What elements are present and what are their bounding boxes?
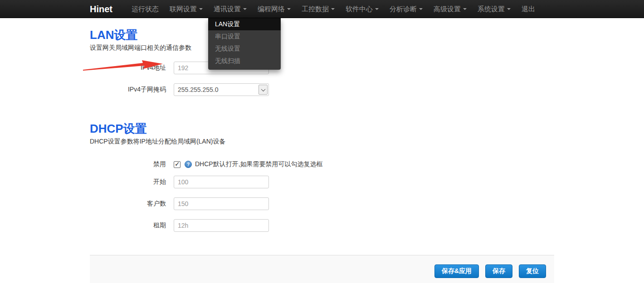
nav-item-label: 软件中心 (346, 0, 373, 18)
nav-item-system-settings[interactable]: 系统设置 (472, 0, 516, 18)
lan-section-title: LAN设置 (90, 18, 554, 42)
main-content: LAN设置 设置网关局域网端口相关的通信参数 IPv4地址 IPv4子网掩码 2… (90, 18, 554, 283)
dhcp-start-label: 开始 (90, 178, 174, 186)
dhcp-disable-label: 禁用 (90, 160, 174, 168)
nav-item-label: 通讯设置 (214, 0, 241, 18)
help-icon[interactable]: ? (185, 161, 192, 168)
nav-item-software-center[interactable]: 软件中心 (340, 0, 384, 18)
nav-item-label: 工控数据 (302, 0, 329, 18)
dhcp-disable-help-text: DHCP默认打开,如果需要禁用可以勾选复选框 (195, 160, 323, 168)
caret-down-icon (199, 8, 203, 10)
nav-item-advanced-settings[interactable]: 高级设置 (428, 0, 472, 18)
caret-down-icon (463, 8, 467, 10)
top-navbar: Hinet 运行状态 联网设置 通讯设置 LAN设置 串口设置 无线设置 无线扫… (0, 0, 644, 18)
nav-item-label: 系统设置 (478, 0, 505, 18)
ipv4-netmask-selected-value: 255.255.255.0 (178, 86, 219, 93)
select-dropdown-button[interactable] (259, 85, 268, 95)
nav-item-label: 编程网络 (258, 0, 285, 18)
nav-item-diagnostics[interactable]: 分析诊断 (384, 0, 428, 18)
dhcp-disable-checkbox[interactable]: ✓ (174, 161, 181, 168)
brand-logo[interactable]: Hinet (90, 4, 112, 14)
caret-down-icon (287, 8, 291, 10)
comm-settings-dropdown: LAN设置 串口设置 无线设置 无线扫描 (208, 18, 281, 70)
caret-down-icon (331, 8, 335, 10)
caret-down-icon (243, 8, 247, 10)
save-apply-button[interactable]: 保存&应用 (434, 264, 479, 278)
dhcp-lease-input[interactable] (174, 219, 269, 232)
checkmark-icon: ✓ (175, 160, 180, 168)
ipv4-address-label: IPv4地址 (90, 64, 174, 72)
nav-item-label: 高级设置 (434, 0, 461, 18)
nav-item-label: 联网设置 (170, 0, 197, 18)
dropdown-item-serial-settings[interactable]: 串口设置 (208, 30, 281, 43)
dhcp-section-description: DHCP设置参数将IP地址分配给局域网(LAN)设备 (90, 138, 554, 145)
form-row-ipv4-address: IPv4地址 (90, 62, 554, 74)
nav-item-logout[interactable]: 退出 (516, 0, 541, 18)
dhcp-lease-label: 租期 (90, 221, 174, 230)
dropdown-item-wireless-scan[interactable]: 无线扫描 (208, 55, 281, 67)
form-row-dhcp-start: 开始 (90, 176, 554, 188)
nav-item-label: 分析诊断 (390, 0, 417, 18)
caret-down-icon (507, 8, 511, 10)
reset-button[interactable]: 复位 (519, 264, 546, 278)
caret-down-icon (419, 8, 423, 10)
dhcp-clients-label: 客户数 (90, 200, 174, 208)
nav-item-industrial-data[interactable]: 工控数据 (296, 0, 340, 18)
form-row-dhcp-lease: 租期 (90, 219, 554, 232)
dropdown-item-wireless-settings[interactable]: 无线设置 (208, 43, 281, 55)
form-row-ipv4-netmask: IPv4子网掩码 255.255.255.0 (90, 83, 554, 96)
caret-down-icon (375, 8, 379, 10)
footer-action-bar: 保存&应用 保存 复位 (90, 255, 554, 283)
navbar-inner: Hinet 运行状态 联网设置 通讯设置 LAN设置 串口设置 无线设置 无线扫… (90, 0, 554, 18)
ipv4-netmask-label: IPv4子网掩码 (90, 86, 174, 94)
nav-item-network-settings[interactable]: 联网设置 (164, 0, 208, 18)
form-row-dhcp-disable: 禁用 ✓ ? DHCP默认打开,如果需要禁用可以勾选复选框 (90, 158, 554, 171)
nav-item-label: 运行状态 (132, 0, 159, 18)
nav-item-programming-network[interactable]: 编程网络 (252, 0, 296, 18)
lan-section-description: 设置网关局域网端口相关的通信参数 (90, 44, 554, 52)
dhcp-start-input[interactable] (174, 176, 269, 188)
form-row-dhcp-clients: 客户数 (90, 197, 554, 210)
save-button[interactable]: 保存 (485, 264, 512, 278)
nav-item-label: 退出 (522, 0, 535, 18)
dhcp-section-title: DHCP设置 (90, 105, 554, 135)
dropdown-item-lan-settings[interactable]: LAN设置 (208, 18, 281, 30)
nav-item-run-status[interactable]: 运行状态 (126, 0, 164, 18)
chevron-down-icon (261, 87, 265, 91)
nav-item-comm-settings[interactable]: 通讯设置 LAN设置 串口设置 无线设置 无线扫描 (208, 0, 252, 18)
ipv4-netmask-select[interactable]: 255.255.255.0 (174, 83, 269, 96)
dhcp-clients-input[interactable] (174, 197, 269, 210)
